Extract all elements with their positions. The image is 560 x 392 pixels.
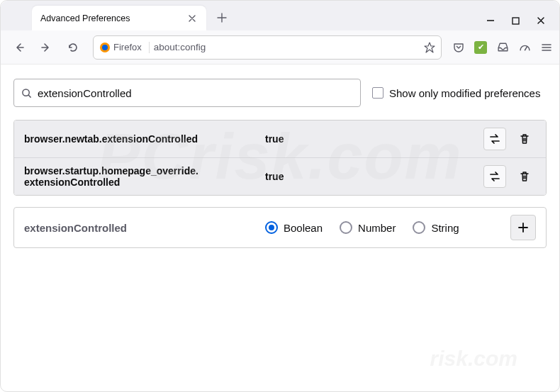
inbox-button[interactable] xyxy=(497,41,509,53)
close-icon xyxy=(188,14,196,23)
arrow-right-icon xyxy=(40,42,52,53)
tab-close-button[interactable] xyxy=(186,13,198,24)
reload-button[interactable] xyxy=(62,36,84,59)
radio-label: Boolean xyxy=(284,222,323,234)
pref-value: true xyxy=(265,133,483,145)
checkbox-label: Show only modified preferences xyxy=(389,87,540,99)
checkbox-icon xyxy=(372,87,383,99)
pref-type-option[interactable]: Number xyxy=(340,221,396,234)
browser-tab[interactable]: Advanced Preferences xyxy=(32,6,206,30)
pocket-button[interactable] xyxy=(453,42,464,53)
maximize-icon xyxy=(512,17,520,25)
trash-icon xyxy=(519,171,530,182)
radio-label: Number xyxy=(358,222,396,234)
preference-search-box[interactable] xyxy=(13,79,361,107)
plus-icon xyxy=(217,13,227,23)
delete-pref-button[interactable] xyxy=(513,128,536,150)
bookmark-star-button[interactable] xyxy=(424,42,435,53)
pref-row: browser.startup.homepage_override.extens… xyxy=(14,157,546,195)
new-tab-button[interactable] xyxy=(212,8,232,28)
pref-type-option[interactable]: String xyxy=(413,221,459,234)
firefox-icon xyxy=(99,42,111,53)
radio-label: String xyxy=(431,222,459,234)
radio-icon xyxy=(413,221,425,234)
extension-button[interactable]: ✔ xyxy=(474,41,487,54)
url-bar[interactable]: Firefox about:config xyxy=(93,35,442,60)
window-maximize-button[interactable] xyxy=(512,17,520,25)
toggle-value-button[interactable] xyxy=(483,165,506,188)
svg-rect-0 xyxy=(513,18,519,24)
toggle-value-button[interactable] xyxy=(483,128,506,150)
arrow-left-icon xyxy=(13,42,25,53)
radio-icon xyxy=(340,221,352,234)
pref-name: browser.newtab.extensionControlled xyxy=(24,133,265,145)
pref-name: browser.startup.homepage_override.extens… xyxy=(24,165,265,188)
swap-icon xyxy=(488,133,501,145)
star-icon xyxy=(424,42,435,53)
delete-pref-button[interactable] xyxy=(513,165,536,188)
url-text: about:config xyxy=(154,42,206,52)
dashboard-button[interactable] xyxy=(519,41,531,53)
svg-point-2 xyxy=(102,45,108,50)
pref-value: true xyxy=(265,171,483,182)
pocket-icon xyxy=(453,42,464,53)
trash-icon xyxy=(519,133,530,145)
extension-badge-icon: ✔ xyxy=(474,41,487,54)
add-pref-button[interactable] xyxy=(510,215,536,240)
search-input[interactable] xyxy=(38,87,353,99)
gauge-icon xyxy=(519,41,531,53)
watermark-corner: risk.com xyxy=(430,347,517,371)
swap-icon xyxy=(488,170,501,183)
forward-button[interactable] xyxy=(35,36,57,59)
url-identity: Firefox xyxy=(99,42,150,53)
hamburger-icon xyxy=(541,42,552,53)
inbox-icon xyxy=(497,41,509,53)
back-button[interactable] xyxy=(8,36,30,59)
new-pref-name: extensionControlled xyxy=(24,222,265,234)
browser-toolbar: Firefox about:config ✔ xyxy=(1,30,559,65)
window-minimize-button[interactable] xyxy=(486,16,495,25)
identity-label: Firefox xyxy=(113,42,142,52)
show-modified-toggle[interactable]: Show only modified preferences xyxy=(372,87,540,99)
menu-button[interactable] xyxy=(541,42,552,53)
close-icon xyxy=(537,16,545,25)
tab-title: Advanced Preferences xyxy=(40,13,186,23)
window-close-button[interactable] xyxy=(537,16,545,25)
reload-icon xyxy=(67,42,79,53)
pref-row: browser.newtab.extensionControlled true xyxy=(14,121,546,157)
radio-icon xyxy=(265,221,278,234)
plus-icon xyxy=(517,222,529,233)
minimize-icon xyxy=(486,16,495,25)
search-icon xyxy=(21,88,32,99)
pref-type-option[interactable]: Boolean xyxy=(265,221,323,234)
